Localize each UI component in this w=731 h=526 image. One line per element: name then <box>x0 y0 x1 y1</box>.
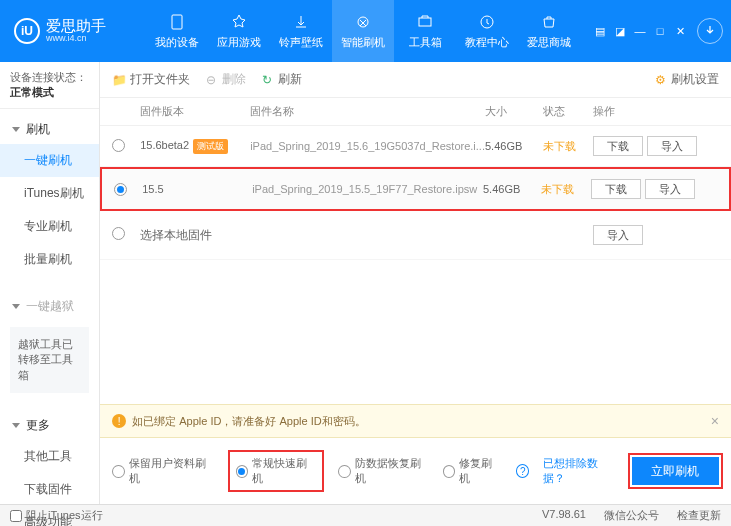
download-button[interactable]: 下载 <box>593 136 643 156</box>
delete-button[interactable]: ⊖删除 <box>204 71 246 88</box>
import-button[interactable]: 导入 <box>647 136 697 156</box>
nav-icon <box>168 13 186 31</box>
import-button[interactable]: 导入 <box>645 179 695 199</box>
sidebar-group-more[interactable]: 更多 <box>0 411 99 440</box>
keep-data-radio[interactable]: 保留用户资料刷机 <box>112 456 214 486</box>
more-tab-0[interactable]: 其他工具 <box>24 440 99 473</box>
col-status: 状态 <box>543 104 593 119</box>
warning-icon: ! <box>112 414 126 428</box>
import-button[interactable]: 导入 <box>593 225 643 245</box>
col-action: 操作 <box>593 104 719 119</box>
col-version: 固件版本 <box>140 104 250 119</box>
exclude-data-link[interactable]: 已想排除数据？ <box>543 456 617 486</box>
block-itunes-checkbox[interactable]: 阻止iTunes运行 <box>10 508 103 523</box>
caret-down-icon <box>12 423 20 428</box>
wechat-link[interactable]: 微信公众号 <box>604 508 659 523</box>
svg-rect-1 <box>419 18 431 26</box>
download-manager-icon[interactable] <box>697 18 723 44</box>
nav-icon <box>540 13 558 31</box>
minimize-icon[interactable]: — <box>631 24 649 38</box>
sidebar-group-jailbreak[interactable]: 一键越狱 <box>0 292 99 321</box>
anti-recovery-radio[interactable]: 防数据恢复刷机 <box>338 456 429 486</box>
nav-icon <box>416 13 434 31</box>
row-radio[interactable] <box>112 139 125 152</box>
select-local-label: 选择本地固件 <box>140 227 250 244</box>
repair-flash-radio[interactable]: 修复刷机 <box>443 456 502 486</box>
skin-icon[interactable]: ◪ <box>611 24 629 38</box>
flash-tab-3[interactable]: 批量刷机 <box>24 243 99 276</box>
help-icon[interactable]: ? <box>516 464 530 478</box>
firmware-row[interactable]: 15.5iPad_Spring_2019_15.5_19F77_Restore.… <box>100 167 731 211</box>
flash-tab-1[interactable]: iTunes刷机 <box>24 177 99 210</box>
flash-tab-0[interactable]: 一键刷机 <box>0 144 99 177</box>
download-button[interactable]: 下载 <box>591 179 641 199</box>
svg-rect-0 <box>172 15 182 29</box>
brand-url: www.i4.cn <box>46 34 106 44</box>
nav-5[interactable]: 教程中心 <box>456 0 518 62</box>
more-tab-1[interactable]: 下载固件 <box>24 473 99 506</box>
flash-settings-button[interactable]: ⚙刷机设置 <box>653 71 719 88</box>
sidebar-group-flash[interactable]: 刷机 <box>0 115 99 144</box>
caret-down-icon <box>12 127 20 132</box>
version-label: V7.98.61 <box>542 508 586 523</box>
flash-tab-2[interactable]: 专业刷机 <box>24 210 99 243</box>
nav-1[interactable]: 应用游戏 <box>208 0 270 62</box>
open-folder-button[interactable]: 📁打开文件夹 <box>112 71 190 88</box>
row-radio[interactable] <box>114 183 127 196</box>
refresh-icon: ↻ <box>260 73 274 87</box>
flash-now-button[interactable]: 立即刷机 <box>632 457 719 485</box>
connection-status: 设备连接状态：正常模式 <box>0 62 99 109</box>
col-size: 大小 <box>485 104 543 119</box>
delete-icon: ⊖ <box>204 73 218 87</box>
firmware-row[interactable]: 15.6beta2测试版iPad_Spring_2019_15.6_19G503… <box>100 126 731 167</box>
logo-icon: iU <box>14 18 40 44</box>
nav-icon <box>292 13 310 31</box>
nav-0[interactable]: 我的设备 <box>146 0 208 62</box>
nav-6[interactable]: 爱思商城 <box>518 0 580 62</box>
nav-icon <box>478 13 496 31</box>
gear-icon: ⚙ <box>653 73 667 87</box>
brand-name: 爱思助手 <box>46 18 106 35</box>
nav-3[interactable]: 智能刷机 <box>332 0 394 62</box>
col-name: 固件名称 <box>250 104 485 119</box>
caret-down-icon <box>12 304 20 309</box>
close-icon[interactable]: ✕ <box>671 24 689 38</box>
apple-id-warning: 如已绑定 Apple ID，请准备好 Apple ID和密码。 <box>132 414 366 429</box>
normal-flash-radio[interactable]: 常规快速刷机 <box>228 450 324 492</box>
nav-4[interactable]: 工具箱 <box>394 0 456 62</box>
nav-icon <box>230 13 248 31</box>
menu-icon[interactable]: ▤ <box>591 24 609 38</box>
maximize-icon[interactable]: □ <box>651 24 669 38</box>
check-update-link[interactable]: 检查更新 <box>677 508 721 523</box>
refresh-button[interactable]: ↻刷新 <box>260 71 302 88</box>
select-local-radio[interactable] <box>112 227 125 240</box>
nav-2[interactable]: 铃声壁纸 <box>270 0 332 62</box>
nav-icon <box>354 13 372 31</box>
jailbreak-notice: 越狱工具已转移至工具箱 <box>10 327 89 393</box>
folder-icon: 📁 <box>112 73 126 87</box>
close-alert-icon[interactable]: × <box>711 413 719 429</box>
